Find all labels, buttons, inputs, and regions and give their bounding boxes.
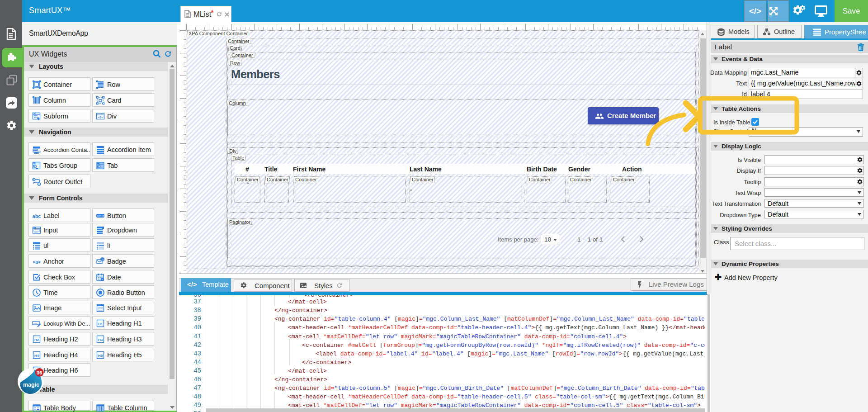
svg-text:magic: magic <box>23 382 39 388</box>
svg-text:BUTTON: BUTTON <box>97 215 104 217</box>
svg-text:<a>: <a> <box>33 260 40 265</box>
svg-text:H4: H4 <box>34 354 39 358</box>
svg-text:H1: H1 <box>98 322 103 326</box>
svg-text:H2: H2 <box>34 338 39 342</box>
svg-text:CO: CO <box>101 258 104 261</box>
svg-text:</>: </> <box>98 116 103 119</box>
svg-text:H3: H3 <box>98 338 103 342</box>
svg-text:36: 36 <box>37 370 42 375</box>
svg-text:H5: H5 <box>98 354 103 358</box>
svg-text:abc: abc <box>33 213 41 219</box>
